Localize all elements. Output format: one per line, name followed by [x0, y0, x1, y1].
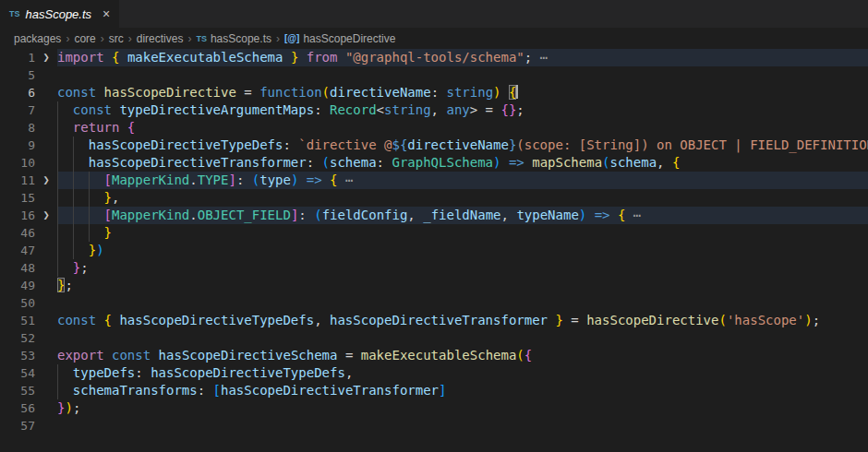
code-line-1[interactable]: 1❯import { makeExecutableSchema } from "… [0, 49, 868, 66]
code-token: 'hasScope' [727, 313, 804, 327]
fold-collapsed-icon[interactable]: ❯ [35, 172, 57, 189]
code-token: ⋯ [532, 50, 548, 65]
code-token: hasScopeDirectiveTypeDefs [151, 365, 345, 380]
code-line-6[interactable]: 6const hasScopeDirective = function(dire… [0, 84, 868, 101]
code-token: [ [213, 383, 221, 398]
code-token: {} [500, 102, 516, 117]
line-number: 54 [0, 364, 35, 382]
code-content: }) [57, 242, 868, 259]
fold-spacer [35, 364, 57, 382]
gutter: 8 [0, 119, 57, 137]
code-line-56[interactable]: 56}); [0, 399, 868, 417]
gutter: 7 [0, 101, 57, 119]
code-line-9[interactable]: 9 hasScopeDirectiveTypeDefs: `directive … [0, 137, 868, 154]
code-token: ] [439, 383, 446, 398]
code-line-46[interactable]: 46 } [0, 224, 868, 242]
gutter: 52 [0, 329, 57, 347]
breadcrumb-label: src [109, 32, 124, 45]
tab-title: hasScope.ts [26, 7, 92, 21]
breadcrumb-separator-icon: › [128, 32, 132, 45]
gutter: 49 [0, 277, 57, 294]
breadcrumb-item-packages[interactable]: packages [14, 32, 61, 45]
gutter: 56 [0, 399, 57, 417]
gutter: 47 [0, 242, 57, 259]
code-token: hasScopeDirective [586, 313, 718, 327]
code-line-53[interactable]: 53export const hasScopeDirectiveSchema =… [0, 347, 868, 364]
code-token: const [112, 348, 159, 363]
code-line-47[interactable]: 47 }) [0, 242, 868, 259]
code-line-51[interactable]: 51const { hasScopeDirectiveTypeDefs, has… [0, 312, 868, 329]
code-line-15[interactable]: 15 }, [0, 189, 868, 207]
code-token: any [446, 102, 469, 117]
code-text: import { makeExecutableSchema } from "@g… [57, 49, 868, 66]
code-token: directiveName [330, 85, 431, 100]
code-text: hasScopeDirectiveTransformer: (schema: G… [57, 154, 868, 172]
code-token: typeDefs [57, 365, 135, 380]
tab-bar: TS hasScope.ts × [0, 0, 868, 28]
breadcrumb-item-src[interactable]: src [109, 32, 124, 45]
code-token: _fieldName [423, 208, 500, 222]
code-text: const { hasScopeDirectiveTypeDefs, hasSc… [57, 312, 868, 329]
code-line-55[interactable]: 55 schemaTransforms: [hasScopeDirectiveT… [0, 382, 868, 399]
code-token: { [104, 313, 120, 327]
code-text: }); [57, 399, 868, 417]
breadcrumb-item-hasscopedirective[interactable]: [@]hasScopeDirective [284, 32, 395, 45]
code-line-52[interactable]: 52 [0, 329, 868, 347]
gutter: 48 [0, 259, 57, 277]
fold-collapsed-icon[interactable]: ❯ [35, 207, 57, 224]
line-number: 49 [0, 277, 35, 294]
code-token: : [283, 137, 298, 152]
code-text: }) [57, 242, 868, 259]
gutter: 6 [0, 84, 57, 101]
code-line-49[interactable]: 49}; [0, 277, 868, 294]
code-line-54[interactable]: 54 typeDefs: hasScopeDirectiveTypeDefs, [0, 364, 868, 382]
gutter: 16❯ [0, 207, 57, 224]
code-content: }, [57, 189, 868, 207]
code-token: ) [96, 243, 103, 257]
code-line-7[interactable]: 7 const typeDirectiveArgumentMaps: Recor… [0, 101, 868, 119]
code-line-48[interactable]: 48 }; [0, 259, 868, 277]
breadcrumb-item-core[interactable]: core [74, 32, 95, 45]
code-token: = [236, 85, 259, 100]
fold-collapsed-icon[interactable]: ❯ [35, 49, 57, 66]
code-token: type [259, 172, 291, 187]
breadcrumb-separator-icon: › [66, 32, 69, 45]
gutter: 50 [0, 294, 57, 312]
line-number: 5 [0, 66, 35, 84]
breadcrumb-item-hasscope-ts[interactable]: TShasScope.ts [196, 32, 271, 45]
code-line-16[interactable]: 16❯ [MapperKind.OBJECT_FIELD]: (fieldCon… [0, 207, 868, 224]
close-icon[interactable]: × [102, 7, 110, 20]
code-token: { [509, 85, 516, 100]
code-token: schemaTransforms [57, 383, 198, 398]
code-content: const typeDirectiveArgumentMaps: Record<… [57, 101, 868, 119]
code-token: hasScopeDirectiveTransformer [330, 313, 548, 327]
breadcrumb-label: hasScopeDirective [303, 32, 395, 45]
breadcrumb-separator-icon: › [276, 32, 280, 45]
fold-spacer [35, 224, 57, 242]
code-text: [MapperKind.OBJECT_FIELD]: (fieldConfig,… [57, 207, 868, 224]
fold-spacer [35, 84, 57, 101]
code-token: => [307, 172, 330, 187]
tab-hasscope-ts[interactable]: TS hasScope.ts × [0, 0, 120, 28]
code-content: import { makeExecutableSchema } from "@g… [57, 49, 868, 66]
code-token: } [283, 50, 306, 65]
code-text: const hasScopeDirective = function(direc… [57, 84, 868, 101]
code-line-50[interactable]: 50 [0, 294, 868, 312]
gutter: 9 [0, 137, 57, 154]
line-number: 46 [0, 224, 35, 242]
code-line-57[interactable]: 57 [0, 417, 868, 434]
breadcrumb-item-directives[interactable]: directives [137, 32, 184, 45]
code-line-8[interactable]: 8 return { [0, 119, 868, 137]
code-content: }; [57, 259, 868, 277]
code-line-10[interactable]: 10 hasScopeDirectiveTransformer: (schema… [0, 154, 868, 172]
vscode-editor-window: TS hasScope.ts × packages›core›src›direc… [0, 0, 868, 452]
fold-spacer [35, 189, 57, 207]
code-token: ; [524, 50, 532, 65]
code-line-5[interactable]: 5 [0, 66, 868, 84]
fold-spacer [35, 294, 57, 312]
code-token: export [57, 348, 112, 363]
code-token: function [259, 85, 321, 100]
code-token [298, 172, 306, 187]
editor-lines[interactable]: 1❯import { makeExecutableSchema } from "… [0, 49, 868, 452]
code-line-11[interactable]: 11❯ [MapperKind.TYPE]: (type) => { ⋯ [0, 172, 868, 189]
